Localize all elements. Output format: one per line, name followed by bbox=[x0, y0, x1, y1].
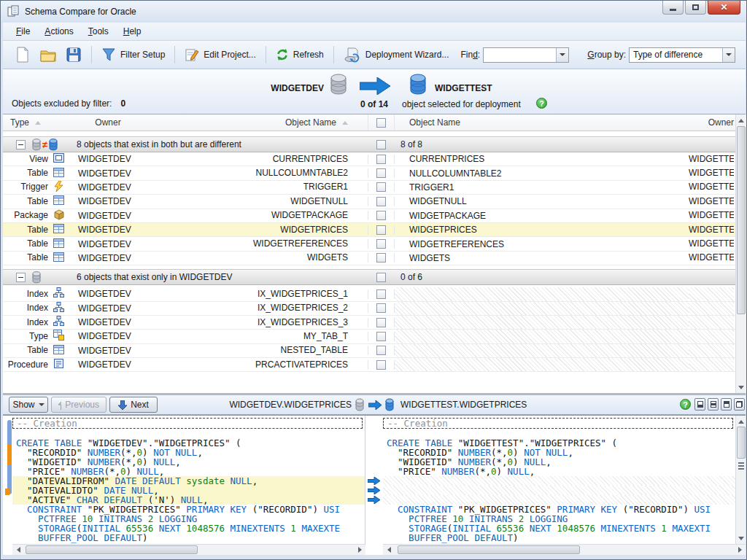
object-row[interactable]: TableWIDGETDEVWIDGETNULLWIDGETNULLWIDGET… bbox=[3, 195, 746, 209]
arrow-down-icon bbox=[118, 400, 127, 410]
object-name-cell: NULLCOLUMNTABLE2 bbox=[138, 166, 368, 180]
type-cell: Index bbox=[3, 287, 48, 301]
close-button[interactable]: ✕ bbox=[708, 1, 740, 15]
previous-difference-button[interactable]: Previous bbox=[51, 397, 107, 413]
collapse-toggle[interactable] bbox=[16, 140, 26, 149]
grid-vertical-scrollbar[interactable] bbox=[735, 114, 746, 393]
select-checkbox[interactable] bbox=[376, 303, 386, 313]
column-header-owner-right[interactable]: Owner bbox=[689, 114, 734, 131]
difference-toolbar: Show Previous Next WIDGETDEV.WIDGETPRICE… bbox=[3, 395, 746, 415]
select-checkbox[interactable] bbox=[376, 239, 386, 249]
select-checkbox[interactable] bbox=[376, 197, 386, 206]
object-row[interactable]: TriggerWIDGETDEVTRIGGER1TRIGGER1WIDGETTE… bbox=[3, 181, 746, 195]
layout-bottom-pane-button[interactable] bbox=[694, 398, 705, 411]
column-header-select-all[interactable] bbox=[368, 114, 395, 131]
help-icon[interactable]: ? bbox=[680, 399, 691, 410]
save-project-button[interactable] bbox=[61, 44, 86, 66]
table-icon bbox=[48, 195, 78, 208]
edit-project-button[interactable]: Edit Project... bbox=[180, 44, 260, 65]
index-icon bbox=[48, 316, 78, 329]
table-icon bbox=[48, 238, 78, 251]
sql-horizontal-scrollbar-left[interactable] bbox=[12, 544, 365, 555]
select-checkbox[interactable] bbox=[376, 318, 386, 327]
select-checkbox[interactable] bbox=[376, 211, 386, 220]
open-project-button[interactable] bbox=[35, 43, 61, 66]
maximize-button[interactable] bbox=[685, 1, 706, 15]
select-checkbox[interactable] bbox=[376, 332, 386, 341]
sql-vertical-scrollbar[interactable] bbox=[735, 416, 746, 544]
group-select-checkbox[interactable] bbox=[376, 273, 386, 282]
layout-restore-button[interactable] bbox=[734, 398, 745, 411]
layout-top-pane-button[interactable] bbox=[721, 398, 732, 411]
source-sql-editor[interactable]: -- CreationCREATE TABLE "WIDGETDEV"."WID… bbox=[12, 416, 365, 544]
column-header-type[interactable]: Type bbox=[3, 114, 48, 131]
column-header-object-name-right[interactable]: Object Name bbox=[395, 114, 689, 131]
find-combobox[interactable] bbox=[483, 47, 569, 63]
deployment-wizard-button[interactable]: Deployment Wizard... bbox=[339, 44, 454, 66]
select-checkbox[interactable] bbox=[376, 182, 386, 192]
view-icon bbox=[48, 152, 78, 166]
missing-owner-cell bbox=[689, 358, 734, 371]
menu-actions[interactable]: Actions bbox=[37, 24, 80, 39]
menu-help[interactable]: Help bbox=[116, 24, 149, 39]
sql-horizontal-scrollbar-right[interactable] bbox=[383, 544, 746, 555]
select-checkbox[interactable] bbox=[376, 346, 386, 355]
owner-cell: WIDGETDEV bbox=[78, 253, 138, 263]
object-row[interactable]: ViewWIDGETDEVCURRENTPRICESCURRENTPRICESW… bbox=[3, 152, 746, 166]
chevron-down-icon[interactable] bbox=[722, 48, 735, 62]
owner-cell: WIDGETDEV bbox=[78, 239, 138, 249]
object-row[interactable]: TypeWIDGETDEVMY_TAB_T bbox=[3, 330, 746, 343]
object-name-cell: IX_WIDGETPRICES_2 bbox=[138, 301, 368, 315]
minimize-button[interactable] bbox=[662, 1, 684, 15]
object-name-cell: TRIGGER1 bbox=[138, 180, 368, 194]
type-icon bbox=[48, 330, 78, 343]
table-icon bbox=[48, 344, 78, 357]
diff-overview-margin[interactable] bbox=[4, 419, 12, 550]
chevron-down-icon[interactable] bbox=[556, 48, 568, 62]
object-row[interactable]: TableWIDGETDEVNULLCOLUMNTABLE2NULLCOLUMN… bbox=[3, 166, 746, 180]
collapse-toggle[interactable] bbox=[16, 273, 26, 282]
select-all-checkbox[interactable] bbox=[376, 118, 386, 128]
object-name-cell: IX_WIDGETPRICES_1 bbox=[138, 287, 368, 301]
select-checkbox[interactable] bbox=[376, 155, 386, 164]
select-checkbox[interactable] bbox=[376, 360, 386, 370]
grid-header-row: Type Owner Object Name Object Name Owner bbox=[3, 114, 746, 131]
object-name-cell: WIDGETS bbox=[138, 251, 368, 265]
deployment-wizard-icon bbox=[344, 47, 361, 63]
object-row[interactable]: TableWIDGETDEVWIDGETREFERENCESWIDGETREFE… bbox=[3, 237, 746, 251]
title-bar: Schema Compare for Oracle ✕ bbox=[1, 1, 746, 23]
layout-middle-pane-button[interactable] bbox=[708, 398, 719, 411]
select-checkbox[interactable] bbox=[376, 168, 386, 178]
group-row[interactable]: ≠8 objects that exist in both but are di… bbox=[3, 136, 746, 152]
object-row[interactable]: TableWIDGETDEVWIDGETSWIDGETSWIDGETTEST bbox=[3, 252, 746, 265]
scroll-right-icon bbox=[355, 545, 365, 554]
group-select-checkbox[interactable] bbox=[376, 140, 386, 149]
group-by-combobox[interactable]: Type of difference bbox=[629, 47, 735, 63]
object-row[interactable]: ProcedureWIDGETDEVPRCACTIVATEPRICES bbox=[3, 358, 746, 372]
object-row[interactable]: PackageWIDGETDEVWIDGETPACKAGEWIDGETPACKA… bbox=[3, 209, 746, 223]
next-difference-button[interactable]: Next bbox=[109, 397, 158, 413]
show-menu-button[interactable]: Show bbox=[9, 397, 48, 413]
column-header-owner[interactable]: Owner bbox=[78, 114, 138, 131]
column-header-object-name[interactable]: Object Name bbox=[138, 114, 368, 131]
help-icon[interactable]: ? bbox=[536, 98, 547, 109]
object-row[interactable]: TableWIDGETDEVWIDGETPRICESWIDGETPRICESWI… bbox=[3, 223, 746, 237]
filter-setup-button[interactable]: Filter Setup bbox=[97, 44, 169, 65]
missing-object-cell bbox=[395, 358, 689, 371]
select-checkbox[interactable] bbox=[376, 289, 386, 299]
selected-for-deployment-label: object selected for deployment bbox=[402, 99, 521, 109]
object-row[interactable]: IndexWIDGETDEVIX_WIDGETPRICES_3 bbox=[3, 316, 746, 330]
new-project-button[interactable] bbox=[10, 43, 35, 66]
menu-tools[interactable]: Tools bbox=[81, 24, 116, 39]
object-row[interactable]: IndexWIDGETDEVIX_WIDGETPRICES_2 bbox=[3, 302, 746, 316]
object-row[interactable]: IndexWIDGETDEVIX_WIDGETPRICES_1 bbox=[3, 287, 746, 301]
refresh-button[interactable]: Refresh bbox=[271, 45, 328, 64]
object-row[interactable]: TableWIDGETDEVNESTED_TABLE bbox=[3, 344, 746, 358]
menu-file[interactable]: File bbox=[9, 24, 37, 39]
type-cell: Procedure bbox=[3, 358, 48, 372]
select-checkbox[interactable] bbox=[376, 225, 386, 235]
owner-cell: WIDGETDEV bbox=[78, 182, 138, 192]
select-checkbox[interactable] bbox=[376, 253, 386, 262]
group-row[interactable]: 6 objects that exist only in WIDGETDEV0 … bbox=[3, 269, 746, 285]
target-sql-editor[interactable]: -- CreationCREATE TABLE "WIDGETTEST"."WI… bbox=[383, 416, 735, 544]
